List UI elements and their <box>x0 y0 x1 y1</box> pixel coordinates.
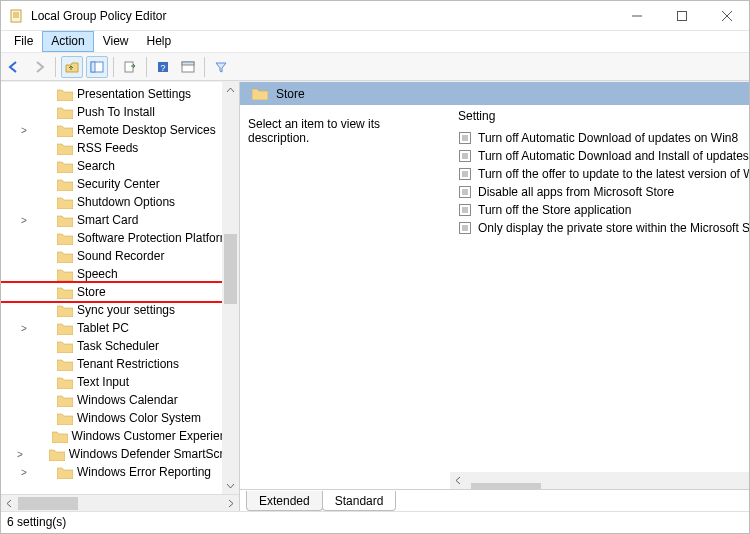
tree-vscroll[interactable] <box>222 82 239 494</box>
filter-button[interactable] <box>210 56 232 78</box>
tree-item-label: Search <box>77 159 115 173</box>
setting-row[interactable]: Turn off the Store application <box>450 201 749 219</box>
status-bar: 6 setting(s) <box>1 511 749 533</box>
settings-hscroll[interactable] <box>450 472 749 489</box>
svg-rect-14 <box>182 62 194 65</box>
setting-label: Turn off Automatic Download of updates o… <box>478 131 738 145</box>
tree-item[interactable]: >Shutdown Options <box>1 193 239 211</box>
show-tree-button[interactable] <box>86 56 108 78</box>
app-icon <box>9 8 25 24</box>
menu-action[interactable]: Action <box>42 31 93 52</box>
svg-text:?: ? <box>160 63 165 73</box>
folder-icon <box>252 87 268 100</box>
tree-item[interactable]: >Windows Error Reporting <box>1 463 239 481</box>
svg-rect-5 <box>677 11 686 20</box>
tree-item[interactable]: >Windows Customer Experience <box>1 427 239 445</box>
tree-item-label: Windows Calendar <box>77 393 178 407</box>
menu-help[interactable]: Help <box>138 31 181 52</box>
menu-file[interactable]: File <box>5 31 42 52</box>
tree-item[interactable]: >Smart Card <box>1 211 239 229</box>
tree-item[interactable]: >Sync your settings <box>1 301 239 319</box>
menubar: File Action View Help <box>1 31 749 53</box>
tree-item[interactable]: >Text Input <box>1 373 239 391</box>
hscroll-thumb[interactable] <box>18 497 78 510</box>
scroll-left-icon[interactable] <box>450 472 467 489</box>
tree-item-label: Sync your settings <box>77 303 175 317</box>
tree-item-label: Windows Error Reporting <box>77 465 211 479</box>
status-text: 6 setting(s) <box>7 515 66 529</box>
expand-icon[interactable]: > <box>17 467 31 478</box>
setting-row[interactable]: Disable all apps from Microsoft Store <box>450 183 749 201</box>
tree-item[interactable]: >Speech <box>1 265 239 283</box>
tree-item-label: Security Center <box>77 177 160 191</box>
scroll-down-icon[interactable] <box>222 477 239 494</box>
settings-list[interactable]: Turn off Automatic Download of updates o… <box>450 127 749 472</box>
setting-row[interactable]: Only display the private store within th… <box>450 219 749 237</box>
tree-item[interactable]: >Remote Desktop Services <box>1 121 239 139</box>
tree-item-label: Remote Desktop Services <box>77 123 216 137</box>
window: Local Group Policy Editor File Action Vi… <box>0 0 750 534</box>
menu-view[interactable]: View <box>94 31 138 52</box>
tree[interactable]: >Presentation Settings>Push To Install>R… <box>1 82 239 484</box>
help-button[interactable]: ? <box>152 56 174 78</box>
export-button[interactable] <box>119 56 141 78</box>
right-header: Store <box>240 82 749 105</box>
setting-label: Turn off Automatic Download and Install … <box>478 149 749 163</box>
scroll-right-icon[interactable] <box>222 495 239 512</box>
tree-item-label: Presentation Settings <box>77 87 191 101</box>
close-button[interactable] <box>704 1 749 30</box>
tree-item[interactable]: >Windows Calendar <box>1 391 239 409</box>
expand-icon[interactable]: > <box>17 449 23 460</box>
tree-item-label: Windows Defender SmartScreen <box>69 447 239 461</box>
expand-icon[interactable]: > <box>17 125 31 136</box>
scroll-thumb[interactable] <box>224 234 237 304</box>
back-button[interactable] <box>3 56 25 78</box>
properties-button[interactable] <box>177 56 199 78</box>
tree-item[interactable]: >Search <box>1 157 239 175</box>
tree-item[interactable]: >Security Center <box>1 175 239 193</box>
scroll-left-icon[interactable] <box>1 495 18 512</box>
svg-rect-10 <box>125 62 133 72</box>
tree-item[interactable]: >Tablet PC <box>1 319 239 337</box>
window-title: Local Group Policy Editor <box>31 9 166 23</box>
tab-extended[interactable]: Extended <box>246 491 323 511</box>
tree-hscroll[interactable] <box>1 494 239 511</box>
column-setting[interactable]: Setting <box>450 105 749 127</box>
tree-item-label: Software Protection Platform <box>77 231 230 245</box>
tree-item-label: Shutdown Options <box>77 195 175 209</box>
tree-item[interactable]: >Push To Install <box>1 103 239 121</box>
maximize-button[interactable] <box>659 1 704 30</box>
tree-item-label: Tenant Restrictions <box>77 357 179 371</box>
forward-button[interactable] <box>28 56 50 78</box>
tree-item-label: Tablet PC <box>77 321 129 335</box>
tree-item-label: Task Scheduler <box>77 339 159 353</box>
tree-pane: >Presentation Settings>Push To Install>R… <box>1 82 240 511</box>
scroll-up-icon[interactable] <box>222 82 239 99</box>
svg-rect-9 <box>91 62 95 72</box>
right-pane: Store Select an item to view its descrip… <box>240 82 749 511</box>
minimize-button[interactable] <box>614 1 659 30</box>
tree-item[interactable]: >Tenant Restrictions <box>1 355 239 373</box>
tabs: Extended Standard <box>240 489 749 511</box>
tree-item[interactable]: >Store <box>1 283 239 301</box>
tree-item-label: RSS Feeds <box>77 141 138 155</box>
tree-item-label: Push To Install <box>77 105 155 119</box>
up-button[interactable] <box>61 56 83 78</box>
tree-item[interactable]: >Sound Recorder <box>1 247 239 265</box>
tab-standard[interactable]: Standard <box>322 491 397 511</box>
tree-item[interactable]: >RSS Feeds <box>1 139 239 157</box>
tree-item[interactable]: >Software Protection Platform <box>1 229 239 247</box>
tree-item[interactable]: >Presentation Settings <box>1 85 239 103</box>
tree-item[interactable]: >Task Scheduler <box>1 337 239 355</box>
right-header-title: Store <box>276 87 305 101</box>
setting-row[interactable]: Turn off Automatic Download of updates o… <box>450 129 749 147</box>
setting-label: Turn off the Store application <box>478 203 631 217</box>
tree-item-label: Store <box>77 285 106 299</box>
expand-icon[interactable]: > <box>17 215 31 226</box>
expand-icon[interactable]: > <box>17 323 31 334</box>
setting-row[interactable]: Turn off Automatic Download and Install … <box>450 147 749 165</box>
hscroll-thumb[interactable] <box>471 483 541 490</box>
setting-row[interactable]: Turn off the offer to update to the late… <box>450 165 749 183</box>
tree-item[interactable]: >Windows Defender SmartScreen <box>1 445 239 463</box>
tree-item[interactable]: >Windows Color System <box>1 409 239 427</box>
